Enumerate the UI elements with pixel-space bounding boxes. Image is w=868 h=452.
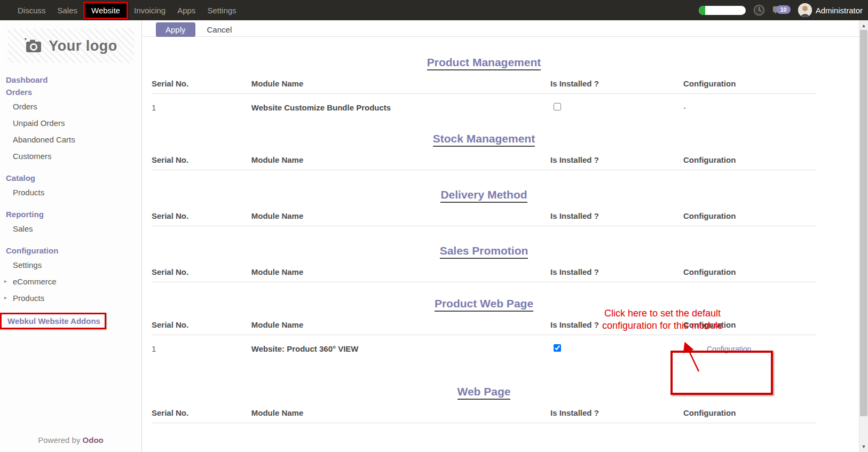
nav-item-sales[interactable]: Sales bbox=[52, 2, 84, 19]
user-name: Administrator bbox=[816, 6, 863, 15]
clock-icon[interactable] bbox=[753, 4, 765, 16]
section-title-sales-promotion[interactable]: Sales Promotion bbox=[440, 244, 528, 259]
sidebar-item-label: Products bbox=[13, 294, 44, 303]
section-title-product-management[interactable]: Product Management bbox=[427, 56, 541, 70]
col-configuration: Configuration bbox=[683, 155, 816, 170]
sidebar-nav: Dashboard Orders Orders Unpaid Orders Ab… bbox=[0, 68, 141, 329]
col-installed: Is Installed ? bbox=[550, 408, 683, 423]
chevron-right-icon[interactable]: ▸ bbox=[4, 295, 7, 300]
scrollbar-thumb[interactable] bbox=[860, 30, 867, 416]
col-configuration: Configuration bbox=[683, 211, 816, 226]
module-table-product-web-page: Serial No. Module Name Is Installed ? Co… bbox=[152, 320, 816, 358]
sidebar-item-settings[interactable]: Settings bbox=[0, 257, 141, 273]
sidebar-heading-catalog[interactable]: Catalog bbox=[0, 172, 141, 184]
section-title-product-web-page[interactable]: Product Web Page bbox=[435, 297, 533, 312]
col-module: Module Name bbox=[251, 320, 550, 335]
logo-block[interactable]: Your logo bbox=[7, 29, 134, 63]
sidebar-item-orders[interactable]: Orders bbox=[0, 98, 141, 115]
col-serial: Serial No. bbox=[152, 320, 251, 335]
col-serial: Serial No. bbox=[152, 79, 251, 94]
section-title-stock-management[interactable]: Stock Management bbox=[433, 132, 535, 147]
scroll-down-arrow[interactable]: ▼ bbox=[859, 442, 868, 451]
col-configuration: Configuration bbox=[683, 267, 816, 282]
col-module: Module Name bbox=[251, 79, 550, 94]
col-module: Module Name bbox=[251, 267, 550, 282]
section-title-delivery-method[interactable]: Delivery Method bbox=[440, 188, 527, 203]
serial-cell: 1 bbox=[152, 335, 251, 358]
powered-by-text: Powered by bbox=[38, 435, 80, 445]
section-sales-promotion: Sales Promotion Serial No. Module Name I… bbox=[152, 244, 816, 282]
col-configuration: Configuration bbox=[683, 408, 816, 423]
configuration-cell: - bbox=[683, 94, 816, 117]
sidebar: Your logo Dashboard Orders Orders Unpaid… bbox=[0, 20, 142, 452]
vertical-scrollbar[interactable]: ▲ ▼ bbox=[859, 20, 868, 452]
col-configuration: Configuration bbox=[683, 320, 816, 335]
scroll-up-arrow[interactable]: ▲ bbox=[859, 21, 868, 30]
module-name-cell: Website: Product 360° VIEW bbox=[251, 335, 550, 358]
sidebar-item-ecommerce[interactable]: ▸ eCommerce bbox=[0, 273, 141, 290]
col-serial: Serial No. bbox=[152, 155, 251, 170]
module-name-cell: Website Customize Bundle Products bbox=[251, 94, 550, 117]
module-table-delivery-method: Serial No. Module Name Is Installed ? Co… bbox=[152, 211, 816, 226]
nav-item-discuss[interactable]: Discuss bbox=[12, 2, 52, 19]
col-serial: Serial No. bbox=[152, 408, 251, 423]
sidebar-item-label: eCommerce bbox=[13, 277, 57, 286]
camera-icon bbox=[24, 38, 43, 54]
nav-item-website[interactable]: Website bbox=[83, 2, 128, 19]
col-installed: Is Installed ? bbox=[550, 320, 683, 335]
sidebar-item-webkul-website-addons[interactable]: Webkul Website Addons bbox=[0, 313, 106, 329]
logo-text: Your logo bbox=[49, 38, 117, 54]
serial-cell: 1 bbox=[152, 94, 251, 117]
configuration-link[interactable]: Configuration bbox=[707, 345, 751, 353]
sidebar-item-dashboard[interactable]: Dashboard bbox=[0, 74, 141, 86]
section-title-web-page[interactable]: Web Page bbox=[457, 385, 511, 400]
nav-item-apps[interactable]: Apps bbox=[171, 2, 201, 19]
col-installed: Is Installed ? bbox=[550, 267, 683, 282]
section-web-page: Web Page Serial No. Module Name Is Insta… bbox=[152, 385, 816, 423]
sidebar-item-products-config[interactable]: ▸ Products bbox=[0, 290, 141, 306]
systray: 10 Administrator bbox=[699, 0, 863, 20]
toolbar: Apply Cancel bbox=[142, 20, 859, 37]
cancel-button[interactable]: Cancel bbox=[201, 23, 239, 36]
module-table-stock-management: Serial No. Module Name Is Installed ? Co… bbox=[152, 155, 816, 170]
table-row: 1 Website Customize Bundle Products - bbox=[152, 94, 816, 117]
nav-item-settings[interactable]: Settings bbox=[201, 2, 242, 19]
module-table-web-page: Serial No. Module Name Is Installed ? Co… bbox=[152, 408, 816, 423]
sidebar-item-abandoned-carts[interactable]: Abandoned Carts bbox=[0, 131, 141, 148]
is-installed-checkbox[interactable] bbox=[554, 344, 561, 352]
odoo-brand[interactable]: Odoo bbox=[83, 435, 104, 445]
col-module: Module Name bbox=[251, 155, 550, 170]
col-module: Module Name bbox=[251, 408, 550, 423]
section-stock-management: Stock Management Serial No. Module Name … bbox=[152, 132, 816, 170]
section-product-management: Product Management Serial No. Module Nam… bbox=[152, 56, 816, 116]
is-installed-checkbox[interactable] bbox=[554, 103, 561, 110]
col-serial: Serial No. bbox=[152, 211, 251, 226]
sidebar-heading-reporting[interactable]: Reporting bbox=[0, 208, 141, 220]
col-module: Module Name bbox=[251, 211, 550, 226]
sidebar-item-customers[interactable]: Customers bbox=[0, 148, 141, 164]
user-menu[interactable]: Administrator bbox=[798, 3, 863, 17]
messages-menu[interactable]: 10 bbox=[772, 4, 791, 16]
sidebar-heading-orders[interactable]: Orders bbox=[0, 86, 141, 98]
progress-bar-fill bbox=[699, 6, 705, 15]
sidebar-item-products[interactable]: Products bbox=[0, 184, 141, 201]
section-delivery-method: Delivery Method Serial No. Module Name I… bbox=[152, 188, 816, 226]
sections-container: Product Management Serial No. Module Nam… bbox=[142, 56, 859, 423]
chevron-right-icon[interactable]: ▸ bbox=[4, 278, 7, 284]
progress-bar bbox=[699, 6, 746, 15]
module-table-sales-promotion: Serial No. Module Name Is Installed ? Co… bbox=[152, 267, 816, 282]
avatar bbox=[798, 3, 812, 17]
sidebar-item-sales[interactable]: Sales bbox=[0, 220, 141, 237]
top-navbar: Discuss Sales Website Invoicing Apps Set… bbox=[0, 0, 868, 20]
main-content: Apply Cancel Product Management Serial N… bbox=[142, 20, 859, 452]
powered-by: Powered by Odoo bbox=[0, 435, 141, 445]
message-count-badge: 10 bbox=[776, 5, 790, 14]
nav-item-invoicing[interactable]: Invoicing bbox=[128, 2, 171, 19]
module-table-product-management: Serial No. Module Name Is Installed ? Co… bbox=[152, 79, 816, 116]
col-installed: Is Installed ? bbox=[550, 211, 683, 226]
sidebar-item-unpaid-orders[interactable]: Unpaid Orders bbox=[0, 115, 141, 131]
sidebar-heading-configuration[interactable]: Configuration bbox=[0, 244, 141, 257]
col-serial: Serial No. bbox=[152, 267, 251, 282]
apply-button[interactable]: Apply bbox=[156, 22, 195, 37]
col-installed: Is Installed ? bbox=[550, 155, 683, 170]
